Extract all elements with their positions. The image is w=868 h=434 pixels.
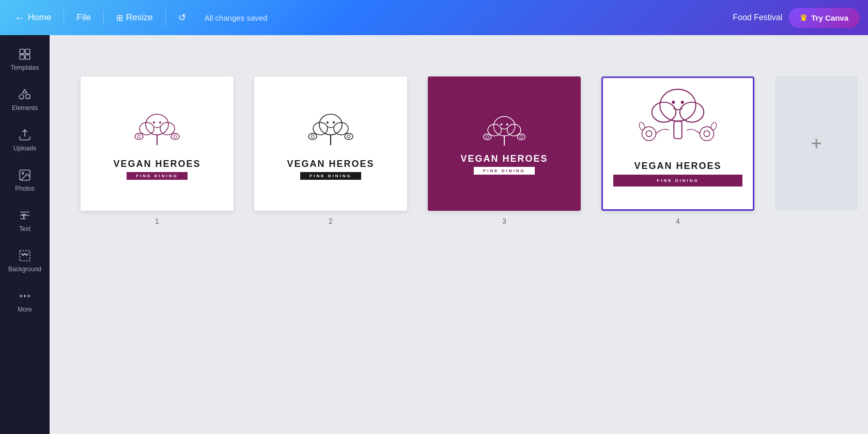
home-label: Home [28,12,51,23]
card3-subtitle: FINE DINING [474,167,534,175]
card2-subtitle: FINE DINING [300,172,361,180]
sidebar-item-more[interactable]: More [3,282,47,320]
svg-point-26 [308,133,317,140]
svg-point-22 [319,114,342,135]
add-page-button[interactable]: + [775,76,858,211]
svg-point-42 [660,89,696,121]
sidebar-item-uploads[interactable]: Uploads [3,121,47,159]
text-icon: T [18,209,32,222]
resize-icon: ⊞ [116,13,123,23]
svg-point-50 [700,127,714,141]
svg-point-29 [347,135,350,138]
card2-content: VEGAN HEROES FINE DINING [254,76,407,211]
templates-label: Templates [11,64,39,71]
svg-point-28 [345,133,353,140]
design-card-1[interactable]: VEGAN HEROES FINE DINING [81,76,234,211]
elements-label: Elements [12,104,38,112]
svg-point-41 [506,123,508,126]
card1-title: VEGAN HEROES [113,159,200,169]
svg-rect-45 [674,121,681,139]
card3-illustration [473,113,535,151]
status-text: All changes saved [205,13,268,22]
sidebar-item-elements[interactable]: Elements [3,81,47,119]
svg-point-20 [153,121,155,123]
svg-rect-0 [20,49,24,54]
home-button[interactable]: ← Home [8,9,57,27]
svg-point-12 [146,114,168,135]
svg-point-21 [159,121,161,123]
templates-icon [18,48,32,61]
svg-point-9 [20,295,22,297]
svg-point-32 [493,117,515,136]
svg-point-44 [680,102,704,122]
svg-point-19 [174,135,177,138]
card1-illustration [126,108,188,154]
page-3-wrap: VEGAN HEROES FINE DINING 3 [428,76,581,225]
page-4-wrap: VEGAN HEROES FINE DINING 4 [601,76,754,225]
canvas-scroll: VEGAN HEROES FINE DINING 1 [50,35,868,434]
svg-point-37 [486,135,489,138]
sidebar-item-background[interactable]: Background [3,242,47,280]
svg-point-43 [652,102,676,122]
svg-point-18 [171,133,179,140]
divider3 [165,10,166,25]
sidebar-item-text[interactable]: T Text [3,202,47,240]
card4-content: VEGAN HEROES FINE DINING [603,78,753,209]
background-icon [18,249,32,262]
svg-point-17 [137,135,141,138]
card4-title: VEGAN HEROES [634,161,721,172]
background-label: Background [8,266,41,273]
page-2-wrap: VEGAN HEROES FINE DINING 2 [254,76,407,225]
sidebar-item-photos[interactable]: Photos [3,161,47,199]
card3-content: VEGAN HEROES FINE DINING [428,76,581,211]
svg-rect-2 [20,55,24,59]
page-number-3: 3 [502,217,506,225]
page-number-1: 1 [155,217,159,225]
svg-rect-3 [25,55,30,59]
crown-icon: ♛ [800,13,807,23]
try-canva-button[interactable]: ♛ Try Canva [788,8,860,28]
svg-point-39 [520,135,523,138]
undo-icon: ↺ [178,12,186,23]
resize-button[interactable]: ⊞ Resize [110,9,159,26]
uploads-label: Uploads [13,145,36,152]
divider [64,10,64,25]
svg-text:T: T [22,212,27,221]
uploads-icon [18,128,32,142]
svg-point-38 [517,134,525,140]
text-label: Text [19,225,30,233]
try-canva-label: Try Canva [811,13,848,22]
undo-button[interactable]: ↺ [172,9,192,26]
main-canvas-area: VEGAN HEROES FINE DINING 1 [50,35,868,434]
svg-point-49 [646,131,652,137]
svg-point-30 [327,121,329,123]
sidebar-item-templates[interactable]: Templates [3,40,47,79]
more-label: More [18,306,32,313]
svg-point-31 [333,121,335,123]
elements-icon [18,88,32,101]
card2-illustration [300,108,362,154]
svg-point-36 [484,134,491,140]
svg-point-10 [24,295,26,297]
add-page-icon: + [811,133,822,154]
page-1-wrap: VEGAN HEROES FINE DINING 1 [81,76,234,225]
file-button[interactable]: File [70,9,97,26]
page-number-4: 4 [676,217,680,225]
svg-point-27 [311,135,314,138]
photos-label: Photos [15,185,34,192]
design-card-3[interactable]: VEGAN HEROES FINE DINING [428,76,581,211]
card4-illustration [637,86,719,159]
svg-rect-1 [25,49,30,54]
header-left: ← Home File ⊞ Resize ↺ All changes saved [8,9,733,27]
svg-point-47 [681,101,684,104]
divider2 [103,10,104,25]
header-right: Food Festival ♛ Try Canva [733,8,860,28]
design-card-2[interactable]: VEGAN HEROES FINE DINING [254,76,407,211]
svg-point-11 [27,295,29,297]
svg-point-52 [638,121,645,131]
card4-subtitle: FINE DINING [613,175,742,187]
design-card-4[interactable]: VEGAN HEROES FINE DINING [601,76,754,211]
card1-subtitle: FINE DINING [127,172,187,180]
card3-title: VEGAN HEROES [460,153,548,164]
svg-point-40 [501,123,503,126]
